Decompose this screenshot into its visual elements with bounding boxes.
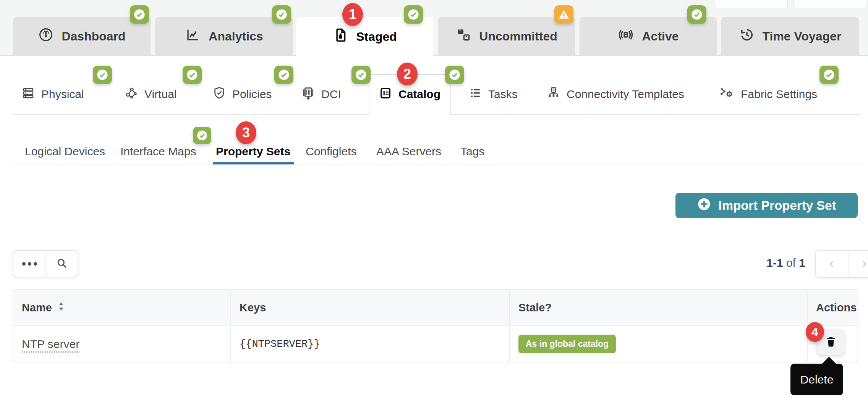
tab-policies[interactable]: Policies [212,82,272,107]
cell-keys: {{NTPSERVER}} [230,326,509,362]
tooltip-arrow [822,357,836,364]
import-button-label: Import Property Set [718,198,836,213]
catalog-icon [378,86,393,103]
active-tab-underline [213,162,294,164]
tab-dci[interactable]: DCI [301,82,341,107]
property-set-name-link[interactable]: NTP server [22,338,79,351]
tab-catalog[interactable]: Catalog [378,82,440,107]
next-page-button[interactable] [848,251,868,277]
tab-tasks[interactable]: Tasks [468,82,518,107]
column-header-actions: Actions [807,290,858,325]
step-1-badge: 1 [342,3,363,26]
status-check-badge [193,127,211,144]
cell-stale: As in global catalog [509,326,807,362]
datacenter-icon [301,86,316,103]
share-gear-icon [718,86,735,103]
divider [450,114,860,115]
list-toolbar [13,250,78,277]
pagination-total: 1 [799,256,805,269]
status-check-badge [93,66,112,84]
tab-connectivity-templates[interactable]: Connectivity Templates [546,82,684,107]
prev-page-button[interactable] [816,251,848,277]
trash-icon [824,335,837,350]
table-row: NTP server {{NTPSERVER}} As in global ca… [13,326,858,362]
connector-line [417,74,446,75]
plus-circle-icon [697,197,711,214]
status-check-badge [183,66,202,84]
column-header-name[interactable]: Name [13,290,230,325]
tab-label: Configlets [306,145,356,158]
tab-label: Property Sets [216,145,290,158]
status-check-badge [687,5,706,24]
property-sets-table: Name Keys Stale? Actions NTP server [13,289,858,362]
status-check-badge [274,66,293,84]
pagination-range: 1-1 of 1 [745,256,805,269]
property-set-keys: {{NTPSERVER}} [240,338,320,350]
shield-check-icon [212,86,227,103]
servers-icon [21,86,36,103]
tab-time-voyager[interactable]: Time Voyager [721,17,859,56]
tab-label: Catalog [398,88,440,101]
tab-configlets[interactable]: Configlets [306,142,356,161]
step-2-badge: 2 [397,63,418,85]
tab-property-sets[interactable]: Property Sets [216,142,290,161]
tab-label: Logical Devices [25,145,105,158]
tab-dashboard[interactable]: Dashboard [13,17,151,56]
search-icon [56,257,68,271]
step-3-badge: 3 [236,121,256,144]
tab-logical-devices[interactable]: Logical Devices [25,142,105,161]
tab-fabric-settings[interactable]: Fabric Settings [718,82,817,107]
tab-label: Fabric Settings [741,88,817,101]
tab-uncommitted[interactable]: Uncommitted [438,17,575,56]
tab-label: Interface Maps [120,145,196,158]
dashboard-icon [38,27,54,46]
divider [13,164,860,164]
ellipsis-icon [22,262,37,266]
top-right-button-1[interactable] [714,0,788,8]
molecule-icon [124,86,139,103]
tab-interface-maps[interactable]: Interface Maps [120,142,196,161]
tab-label: DCI [321,88,341,101]
analytics-icon [185,27,201,46]
tab-physical[interactable]: Physical [21,82,84,107]
search-button[interactable] [45,251,78,277]
history-icon [739,27,755,46]
tab-label: Virtual [144,88,177,101]
tab-label: Time Voyager [763,29,842,44]
column-header-stale: Stale? [509,290,807,325]
pagination-of: of [786,256,796,269]
status-check-badge [404,5,423,24]
top-right-button-2[interactable] [793,0,868,8]
tab-label: Staged [356,30,397,44]
status-check-badge [272,5,291,24]
status-check-badge [351,66,371,84]
tab-label: Connectivity Templates [567,88,684,101]
tab-label: Tags [460,145,484,158]
cell-name: NTP server [13,326,230,362]
pagination-buttons [815,250,868,278]
tab-label: Dashboard [62,29,125,44]
tab-aaa-servers[interactable]: AAA Servers [376,142,441,161]
status-check-badge [819,66,839,84]
stale-status-badge: As in global catalog [518,335,616,353]
pagination-current: 1-1 [766,256,783,269]
tab-label: Analytics [209,29,263,44]
status-check-badge [445,66,464,84]
tab-tags[interactable]: Tags [460,142,484,161]
import-property-set-button[interactable]: Import Property Set [675,193,858,218]
sort-icon [57,301,65,314]
tab-virtual[interactable]: Virtual [124,82,177,107]
status-check-badge [130,5,149,24]
tab-label: Active [642,29,679,44]
column-header-keys: Keys [230,290,509,325]
warning-badge [554,5,573,24]
tab-label: Uncommitted [479,29,557,44]
tooltip-label: Delete [800,373,834,386]
broadcast-icon [617,27,634,46]
tab-analytics[interactable]: Analytics [155,17,293,56]
task-list-icon [468,86,483,103]
delete-tooltip: Delete [790,364,843,395]
tab-label: Physical [41,88,84,101]
more-options-button[interactable] [13,251,45,277]
tab-label: Policies [232,88,272,101]
